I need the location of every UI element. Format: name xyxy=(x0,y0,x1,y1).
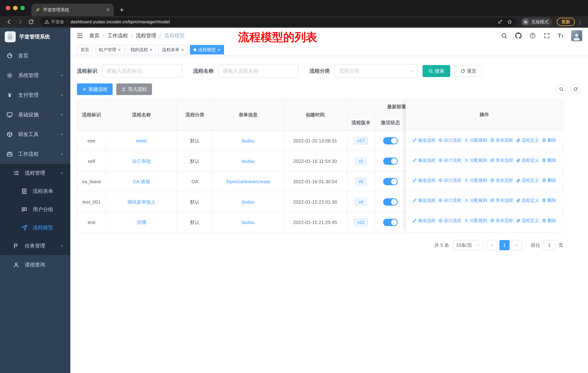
action-publish[interactable]: 发布流程 xyxy=(490,218,513,223)
action-definition-link[interactable]: 流程定义 xyxy=(516,197,539,203)
tag-home[interactable]: 首页 xyxy=(77,45,93,54)
hamburger-icon[interactable] xyxy=(76,32,84,39)
action-edit[interactable]: 修改流程 xyxy=(412,157,435,163)
sidebar-item-task-mgmt[interactable]: 任务管理 xyxy=(0,237,70,255)
close-icon[interactable]: × xyxy=(150,47,152,52)
form-info-link[interactable]: biubiu xyxy=(242,220,254,225)
process-key-input[interactable] xyxy=(102,64,182,78)
breadcrumb-item[interactable]: 首页 xyxy=(89,32,100,39)
action-trash[interactable]: 删除 xyxy=(542,137,556,143)
action-edit[interactable]: 修改流程 xyxy=(412,177,435,183)
action-assign-user[interactable]: 分配规则 xyxy=(464,157,487,163)
process-name-link[interactable]: 滔博 xyxy=(137,219,146,226)
action-design[interactable]: 设计流程 xyxy=(438,157,461,163)
refresh-table-button[interactable] xyxy=(570,84,581,94)
browser-update-button[interactable]: 更新 xyxy=(557,18,575,26)
window-minimize-button[interactable] xyxy=(13,6,18,10)
sidebar-item-user-group[interactable]: 用户分组 xyxy=(0,200,70,219)
goto-page-input[interactable] xyxy=(543,240,556,250)
browser-tab[interactable]: 芋道管理系统 ✕ xyxy=(31,4,114,16)
sidebar-item-workflow[interactable]: 工作流程 xyxy=(0,144,70,164)
action-design[interactable]: 设计流程 xyxy=(438,218,461,223)
close-icon[interactable]: × xyxy=(118,47,121,52)
toggle-search-button[interactable] xyxy=(556,84,567,94)
tag-process-model[interactable]: 流程模型 × xyxy=(190,45,224,54)
active-toggle[interactable] xyxy=(383,137,398,144)
forward-icon[interactable] xyxy=(15,17,25,27)
prev-page-button[interactable] xyxy=(487,240,497,250)
action-publish[interactable]: 发布流程 xyxy=(490,137,513,143)
action-assign-user[interactable]: 分配规则 xyxy=(464,218,487,223)
tag-tenant[interactable]: 租户管理 × xyxy=(95,45,125,54)
active-toggle[interactable] xyxy=(383,198,398,206)
sidebar-item-leave-query[interactable]: 请假查询 xyxy=(0,255,70,275)
back-icon[interactable] xyxy=(4,17,14,27)
action-publish[interactable]: 发布流程 xyxy=(490,197,513,203)
search-button[interactable]: 搜索 xyxy=(422,65,450,77)
action-definition-link[interactable]: 流程定义 xyxy=(516,157,539,163)
sidebar-item-process-form[interactable]: 流程表单 xyxy=(0,182,70,200)
action-assign-user[interactable]: 分配规则 xyxy=(464,177,487,183)
breadcrumb-item[interactable]: 工作流程 xyxy=(107,32,128,39)
bookmark-star-icon[interactable] xyxy=(507,19,512,24)
sidebar-item-home[interactable]: 首页 xyxy=(0,46,70,66)
search-icon[interactable] xyxy=(501,32,507,39)
window-close-button[interactable] xyxy=(6,6,10,10)
sidebar-item-payment[interactable]: ¥ 支付管理 xyxy=(0,85,70,105)
process-name-link[interactable]: 自己审批 xyxy=(132,158,151,164)
sidebar-item-infra[interactable]: 基础设施 xyxy=(0,105,70,125)
action-publish[interactable]: 发布流程 xyxy=(490,157,513,163)
help-icon[interactable] xyxy=(529,32,536,39)
window-zoom-button[interactable] xyxy=(21,6,25,10)
action-definition-link[interactable]: 流程定义 xyxy=(516,177,539,183)
security-chip[interactable]: 不安全 xyxy=(44,19,64,25)
action-definition-link[interactable]: 流程定义 xyxy=(516,218,539,223)
action-edit[interactable]: 修改流程 xyxy=(412,197,435,203)
breadcrumb-item[interactable]: 流程管理 xyxy=(136,32,156,39)
tag-process-form[interactable]: 流程表单 × xyxy=(158,45,188,54)
fullscreen-icon[interactable] xyxy=(544,32,550,39)
url-bar[interactable]: 不安全 dashboard.yudao.iocoder.cn/bpm/manag… xyxy=(40,18,516,26)
action-edit[interactable]: 修改流程 xyxy=(412,137,435,143)
font-size-icon[interactable]: TT xyxy=(558,33,564,39)
active-toggle[interactable] xyxy=(383,158,398,165)
process-name-link[interactable]: eeee xyxy=(136,138,147,144)
key-icon[interactable] xyxy=(498,19,503,24)
action-design[interactable]: 设计流程 xyxy=(438,177,461,183)
close-icon[interactable]: × xyxy=(218,47,220,52)
tag-my-process[interactable]: 我的流程 × xyxy=(127,45,156,54)
action-publish[interactable]: 发布流程 xyxy=(490,177,513,183)
action-trash[interactable]: 删除 xyxy=(542,157,556,163)
next-page-button[interactable] xyxy=(512,240,522,250)
reload-icon[interactable] xyxy=(26,17,36,27)
sidebar-item-process-model[interactable]: 流程模型 xyxy=(0,219,70,237)
sidebar-item-process-mgmt[interactable]: 流程管理 xyxy=(0,164,70,182)
action-trash[interactable]: 删除 xyxy=(542,197,556,203)
page-size-select[interactable]: 10条/页 xyxy=(453,240,483,250)
action-trash[interactable]: 删除 xyxy=(542,177,556,183)
action-trash[interactable]: 删除 xyxy=(542,218,556,223)
active-toggle[interactable] xyxy=(383,178,398,185)
form-info-link[interactable]: biubiu xyxy=(242,138,254,144)
process-name-link[interactable]: OA 请假 xyxy=(133,179,150,185)
form-info-link[interactable]: biubiu xyxy=(242,199,254,205)
category-select[interactable]: 流程分类 xyxy=(334,64,418,78)
action-assign-user[interactable]: 分配规则 xyxy=(464,137,487,143)
process-name-input[interactable] xyxy=(218,64,299,78)
sidebar-item-system[interactable]: 系统管理 xyxy=(0,66,70,85)
action-definition-link[interactable]: 流程定义 xyxy=(516,137,539,143)
import-process-button[interactable]: 导入流程 xyxy=(116,83,152,95)
action-edit[interactable]: 修改流程 xyxy=(412,218,435,223)
form-info-link[interactable]: /bpm/oa/leave/create xyxy=(226,179,270,184)
tab-close-icon[interactable]: ✕ xyxy=(106,7,110,13)
browser-menu-icon[interactable]: ⋮ xyxy=(576,19,584,25)
create-process-button[interactable]: 新建流程 xyxy=(77,83,113,95)
current-page-button[interactable]: 1 xyxy=(499,240,510,250)
process-name-link[interactable]: 测试多审批人 xyxy=(127,199,156,205)
form-info-link[interactable]: biubiu xyxy=(242,159,254,164)
action-design[interactable]: 设计流程 xyxy=(438,197,461,203)
user-avatar[interactable] xyxy=(571,30,582,41)
active-toggle[interactable] xyxy=(383,219,398,226)
reset-button[interactable]: 重置 xyxy=(455,65,482,77)
github-icon[interactable] xyxy=(515,32,522,39)
